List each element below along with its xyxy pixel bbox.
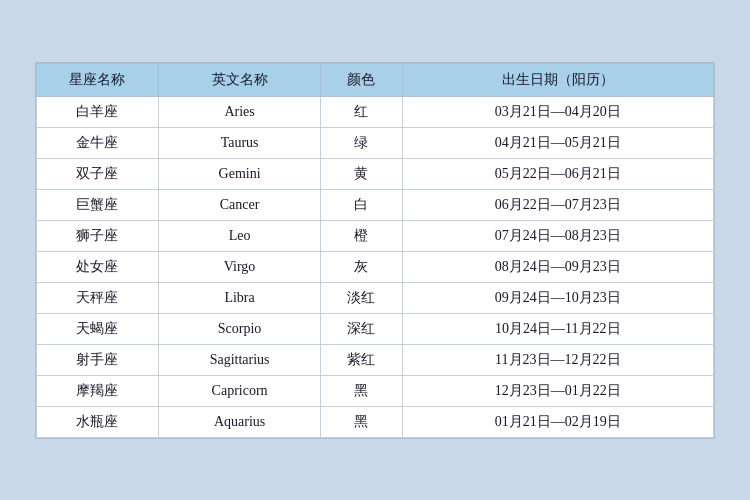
cell-color: 紫红 xyxy=(321,344,402,375)
cell-english: Aries xyxy=(158,96,320,127)
cell-chinese: 巨蟹座 xyxy=(37,189,159,220)
cell-color: 淡红 xyxy=(321,282,402,313)
cell-chinese: 水瓶座 xyxy=(37,406,159,437)
table-row: 摩羯座Capricorn黑12月23日—01月22日 xyxy=(37,375,714,406)
cell-chinese: 金牛座 xyxy=(37,127,159,158)
cell-date: 01月21日—02月19日 xyxy=(402,406,713,437)
cell-date: 07月24日—08月23日 xyxy=(402,220,713,251)
table-row: 白羊座Aries红03月21日—04月20日 xyxy=(37,96,714,127)
cell-color: 黑 xyxy=(321,406,402,437)
table-header-row: 星座名称 英文名称 颜色 出生日期（阳历） xyxy=(37,63,714,96)
cell-date: 09月24日—10月23日 xyxy=(402,282,713,313)
header-english: 英文名称 xyxy=(158,63,320,96)
table-body: 白羊座Aries红03月21日—04月20日金牛座Taurus绿04月21日—0… xyxy=(37,96,714,437)
table-row: 双子座Gemini黄05月22日—06月21日 xyxy=(37,158,714,189)
cell-chinese: 天蝎座 xyxy=(37,313,159,344)
cell-date: 03月21日—04月20日 xyxy=(402,96,713,127)
cell-chinese: 双子座 xyxy=(37,158,159,189)
cell-date: 04月21日—05月21日 xyxy=(402,127,713,158)
cell-english: Cancer xyxy=(158,189,320,220)
header-date: 出生日期（阳历） xyxy=(402,63,713,96)
cell-color: 红 xyxy=(321,96,402,127)
cell-color: 黑 xyxy=(321,375,402,406)
zodiac-table-container: 星座名称 英文名称 颜色 出生日期（阳历） 白羊座Aries红03月21日—04… xyxy=(35,62,715,439)
cell-color: 绿 xyxy=(321,127,402,158)
cell-chinese: 摩羯座 xyxy=(37,375,159,406)
table-row: 处女座Virgo灰08月24日—09月23日 xyxy=(37,251,714,282)
cell-chinese: 狮子座 xyxy=(37,220,159,251)
table-row: 水瓶座Aquarius黑01月21日—02月19日 xyxy=(37,406,714,437)
cell-color: 灰 xyxy=(321,251,402,282)
table-row: 天秤座Libra淡红09月24日—10月23日 xyxy=(37,282,714,313)
cell-chinese: 天秤座 xyxy=(37,282,159,313)
cell-english: Gemini xyxy=(158,158,320,189)
table-row: 射手座Sagittarius紫红11月23日—12月22日 xyxy=(37,344,714,375)
table-row: 金牛座Taurus绿04月21日—05月21日 xyxy=(37,127,714,158)
cell-date: 05月22日—06月21日 xyxy=(402,158,713,189)
cell-english: Scorpio xyxy=(158,313,320,344)
cell-color: 黄 xyxy=(321,158,402,189)
cell-date: 12月23日—01月22日 xyxy=(402,375,713,406)
cell-chinese: 白羊座 xyxy=(37,96,159,127)
cell-date: 11月23日—12月22日 xyxy=(402,344,713,375)
header-color: 颜色 xyxy=(321,63,402,96)
zodiac-table: 星座名称 英文名称 颜色 出生日期（阳历） 白羊座Aries红03月21日—04… xyxy=(36,63,714,438)
cell-chinese: 射手座 xyxy=(37,344,159,375)
table-row: 巨蟹座Cancer白06月22日—07月23日 xyxy=(37,189,714,220)
header-chinese: 星座名称 xyxy=(37,63,159,96)
cell-date: 06月22日—07月23日 xyxy=(402,189,713,220)
cell-chinese: 处女座 xyxy=(37,251,159,282)
cell-english: Taurus xyxy=(158,127,320,158)
cell-color: 深红 xyxy=(321,313,402,344)
cell-english: Virgo xyxy=(158,251,320,282)
cell-date: 08月24日—09月23日 xyxy=(402,251,713,282)
cell-color: 白 xyxy=(321,189,402,220)
cell-english: Capricorn xyxy=(158,375,320,406)
cell-english: Sagittarius xyxy=(158,344,320,375)
cell-english: Libra xyxy=(158,282,320,313)
cell-date: 10月24日—11月22日 xyxy=(402,313,713,344)
cell-english: Leo xyxy=(158,220,320,251)
table-row: 狮子座Leo橙07月24日—08月23日 xyxy=(37,220,714,251)
cell-english: Aquarius xyxy=(158,406,320,437)
cell-color: 橙 xyxy=(321,220,402,251)
table-row: 天蝎座Scorpio深红10月24日—11月22日 xyxy=(37,313,714,344)
